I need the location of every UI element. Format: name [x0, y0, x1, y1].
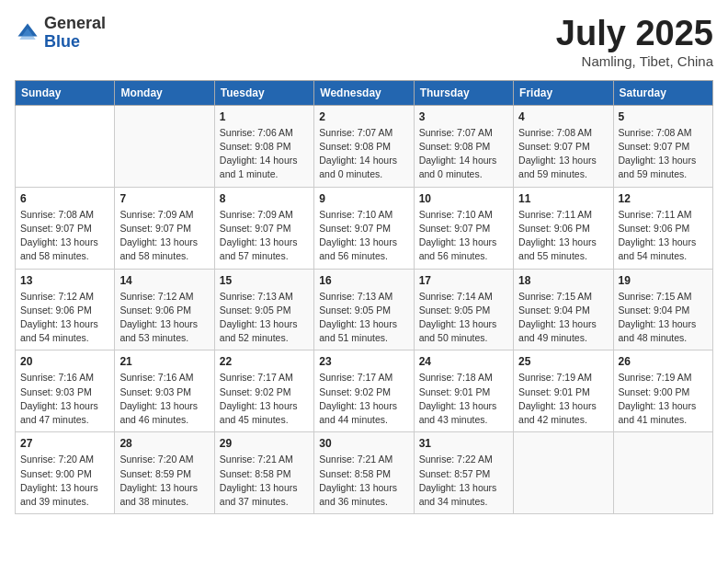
day-info: Sunrise: 7:12 AM Sunset: 9:06 PM Dayligh…	[20, 290, 109, 346]
day-info: Sunrise: 7:12 AM Sunset: 9:06 PM Dayligh…	[119, 290, 209, 346]
day-info: Sunrise: 7:19 AM Sunset: 9:01 PM Dayligh…	[518, 371, 608, 427]
day-info: Sunrise: 7:11 AM Sunset: 9:06 PM Dayligh…	[619, 208, 708, 264]
calendar-cell: 21Sunrise: 7:16 AM Sunset: 9:03 PM Dayli…	[115, 350, 214, 432]
day-number: 21	[119, 355, 209, 368]
calendar-cell: 30Sunrise: 7:21 AM Sunset: 8:58 PM Dayli…	[314, 432, 414, 514]
calendar-cell: 20Sunrise: 7:16 AM Sunset: 9:03 PM Dayli…	[16, 350, 115, 432]
day-info: Sunrise: 7:10 AM Sunset: 9:07 PM Dayligh…	[319, 208, 408, 264]
calendar-cell: 27Sunrise: 7:20 AM Sunset: 9:00 PM Dayli…	[16, 432, 115, 514]
day-number: 22	[220, 355, 309, 368]
day-number: 18	[518, 274, 608, 287]
calendar-week-4: 20Sunrise: 7:16 AM Sunset: 9:03 PM Dayli…	[16, 350, 713, 432]
calendar-week-5: 27Sunrise: 7:20 AM Sunset: 9:00 PM Dayli…	[16, 432, 713, 514]
day-info: Sunrise: 7:08 AM Sunset: 9:07 PM Dayligh…	[619, 126, 708, 182]
calendar-cell: 15Sunrise: 7:13 AM Sunset: 9:05 PM Dayli…	[214, 269, 313, 350]
calendar-week-3: 13Sunrise: 7:12 AM Sunset: 9:06 PM Dayli…	[16, 269, 713, 350]
day-info: Sunrise: 7:14 AM Sunset: 9:05 PM Dayligh…	[419, 290, 508, 346]
day-number: 23	[319, 355, 408, 368]
day-info: Sunrise: 7:08 AM Sunset: 9:07 PM Dayligh…	[518, 126, 608, 182]
calendar-week-2: 6Sunrise: 7:08 AM Sunset: 9:07 PM Daylig…	[16, 187, 713, 269]
calendar-cell: 25Sunrise: 7:19 AM Sunset: 9:01 PM Dayli…	[514, 350, 613, 432]
weekday-header-row: SundayMondayTuesdayWednesdayThursdayFrid…	[16, 80, 713, 105]
day-info: Sunrise: 7:17 AM Sunset: 9:02 PM Dayligh…	[220, 371, 309, 427]
calendar-cell: 23Sunrise: 7:17 AM Sunset: 9:02 PM Dayli…	[314, 350, 414, 432]
day-info: Sunrise: 7:21 AM Sunset: 8:58 PM Dayligh…	[220, 453, 309, 509]
day-number: 25	[518, 355, 608, 368]
calendar-cell	[613, 432, 712, 514]
calendar-cell: 7Sunrise: 7:09 AM Sunset: 9:07 PM Daylig…	[115, 187, 214, 269]
day-info: Sunrise: 7:10 AM Sunset: 9:07 PM Dayligh…	[419, 208, 508, 264]
day-info: Sunrise: 7:21 AM Sunset: 8:58 PM Dayligh…	[319, 453, 408, 509]
day-number: 28	[119, 437, 209, 450]
day-info: Sunrise: 7:16 AM Sunset: 9:03 PM Dayligh…	[20, 371, 109, 427]
calendar-body: 1Sunrise: 7:06 AM Sunset: 9:08 PM Daylig…	[16, 105, 713, 513]
day-info: Sunrise: 7:13 AM Sunset: 9:05 PM Dayligh…	[319, 290, 408, 346]
weekday-header-monday: Monday	[115, 80, 214, 105]
day-info: Sunrise: 7:09 AM Sunset: 9:07 PM Dayligh…	[220, 208, 309, 264]
day-info: Sunrise: 7:07 AM Sunset: 9:08 PM Dayligh…	[319, 126, 408, 182]
calendar-cell: 18Sunrise: 7:15 AM Sunset: 9:04 PM Dayli…	[514, 269, 613, 350]
day-number: 14	[119, 274, 209, 287]
calendar-cell: 3Sunrise: 7:07 AM Sunset: 9:08 PM Daylig…	[414, 105, 513, 187]
calendar-cell: 5Sunrise: 7:08 AM Sunset: 9:07 PM Daylig…	[613, 105, 712, 187]
weekday-header-friday: Friday	[514, 80, 613, 105]
day-number: 11	[518, 192, 608, 205]
day-number: 24	[419, 355, 508, 368]
day-info: Sunrise: 7:16 AM Sunset: 9:03 PM Dayligh…	[119, 371, 209, 427]
day-number: 15	[220, 274, 309, 287]
calendar-cell: 4Sunrise: 7:08 AM Sunset: 9:07 PM Daylig…	[514, 105, 613, 187]
calendar-cell: 26Sunrise: 7:19 AM Sunset: 9:00 PM Dayli…	[613, 350, 712, 432]
weekday-header-tuesday: Tuesday	[214, 80, 313, 105]
day-info: Sunrise: 7:20 AM Sunset: 8:59 PM Dayligh…	[119, 453, 209, 509]
weekday-header-saturday: Saturday	[613, 80, 712, 105]
calendar-table: SundayMondayTuesdayWednesdayThursdayFrid…	[15, 80, 713, 514]
month-title: July 2025	[556, 15, 713, 53]
calendar-cell	[115, 105, 214, 187]
day-number: 31	[419, 437, 508, 450]
calendar-cell: 8Sunrise: 7:09 AM Sunset: 9:07 PM Daylig…	[214, 187, 313, 269]
location: Namling, Tibet, China	[556, 53, 713, 69]
day-number: 20	[20, 355, 109, 368]
day-info: Sunrise: 7:22 AM Sunset: 8:57 PM Dayligh…	[419, 453, 508, 509]
logo: General Blue	[15, 15, 106, 52]
day-number: 29	[220, 437, 309, 450]
title-block: July 2025 Namling, Tibet, China	[556, 15, 713, 69]
logo-icon	[15, 20, 40, 46]
day-number: 8	[220, 192, 309, 205]
day-number: 13	[20, 274, 109, 287]
calendar-week-1: 1Sunrise: 7:06 AM Sunset: 9:08 PM Daylig…	[16, 105, 713, 187]
day-number: 5	[619, 110, 708, 123]
calendar-cell	[514, 432, 613, 514]
day-number: 26	[619, 355, 708, 368]
day-number: 19	[619, 274, 708, 287]
weekday-header-thursday: Thursday	[414, 80, 513, 105]
calendar-cell: 31Sunrise: 7:22 AM Sunset: 8:57 PM Dayli…	[414, 432, 513, 514]
calendar-cell: 1Sunrise: 7:06 AM Sunset: 9:08 PM Daylig…	[214, 105, 313, 187]
calendar-cell: 19Sunrise: 7:15 AM Sunset: 9:04 PM Dayli…	[613, 269, 712, 350]
day-number: 10	[419, 192, 508, 205]
day-number: 27	[20, 437, 109, 450]
calendar-cell: 29Sunrise: 7:21 AM Sunset: 8:58 PM Dayli…	[214, 432, 313, 514]
calendar-cell: 22Sunrise: 7:17 AM Sunset: 9:02 PM Dayli…	[214, 350, 313, 432]
calendar-cell: 2Sunrise: 7:07 AM Sunset: 9:08 PM Daylig…	[314, 105, 414, 187]
day-number: 16	[319, 274, 408, 287]
calendar-cell: 24Sunrise: 7:18 AM Sunset: 9:01 PM Dayli…	[414, 350, 513, 432]
page-header: General Blue July 2025 Namling, Tibet, C…	[15, 15, 713, 69]
calendar-cell: 13Sunrise: 7:12 AM Sunset: 9:06 PM Dayli…	[16, 269, 115, 350]
calendar-cell: 12Sunrise: 7:11 AM Sunset: 9:06 PM Dayli…	[613, 187, 712, 269]
calendar-cell: 28Sunrise: 7:20 AM Sunset: 8:59 PM Dayli…	[115, 432, 214, 514]
day-number: 30	[319, 437, 408, 450]
calendar-cell	[16, 105, 115, 187]
calendar-cell: 14Sunrise: 7:12 AM Sunset: 9:06 PM Dayli…	[115, 269, 214, 350]
day-info: Sunrise: 7:11 AM Sunset: 9:06 PM Dayligh…	[518, 208, 608, 264]
day-info: Sunrise: 7:15 AM Sunset: 9:04 PM Dayligh…	[518, 290, 608, 346]
calendar-cell: 6Sunrise: 7:08 AM Sunset: 9:07 PM Daylig…	[16, 187, 115, 269]
day-number: 3	[419, 110, 508, 123]
weekday-header-sunday: Sunday	[16, 80, 115, 105]
day-number: 1	[220, 110, 309, 123]
calendar-cell: 16Sunrise: 7:13 AM Sunset: 9:05 PM Dayli…	[314, 269, 414, 350]
day-number: 2	[319, 110, 408, 123]
day-info: Sunrise: 7:18 AM Sunset: 9:01 PM Dayligh…	[419, 371, 508, 427]
day-number: 17	[419, 274, 508, 287]
day-info: Sunrise: 7:17 AM Sunset: 9:02 PM Dayligh…	[319, 371, 408, 427]
